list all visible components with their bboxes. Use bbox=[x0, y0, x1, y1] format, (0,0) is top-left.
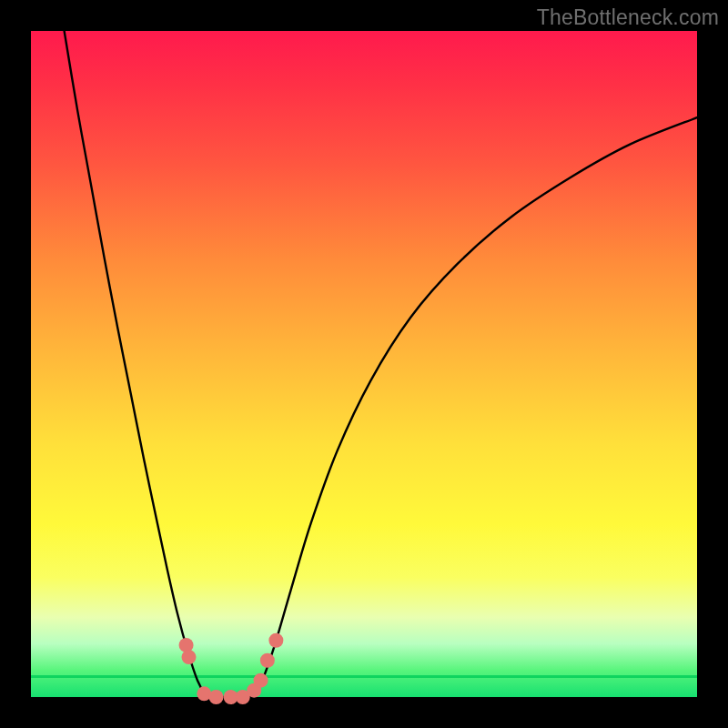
data-marker bbox=[181, 650, 196, 664]
bottleneck-curve bbox=[65, 31, 697, 698]
data-marker bbox=[268, 633, 283, 648]
data-marker bbox=[260, 653, 275, 668]
watermark-text: TheBottleneck.com bbox=[537, 5, 719, 30]
chart-frame: TheBottleneck.com bbox=[0, 0, 728, 728]
data-marker bbox=[179, 638, 194, 652]
data-marker bbox=[208, 690, 223, 704]
curve-layer bbox=[0, 0, 728, 728]
data-marker bbox=[254, 673, 268, 688]
